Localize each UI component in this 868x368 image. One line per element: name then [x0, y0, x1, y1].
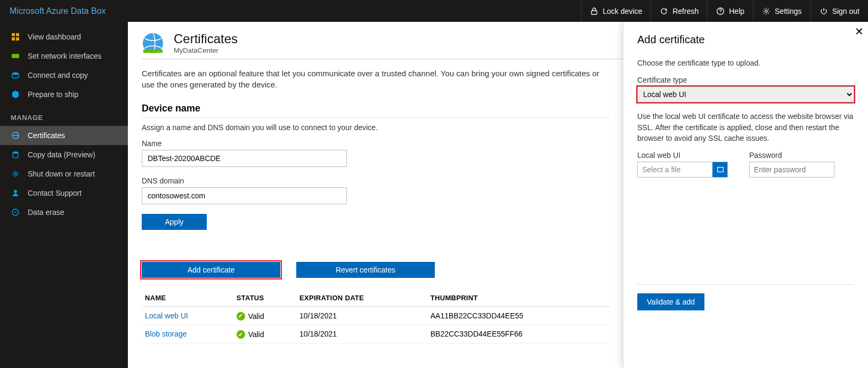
add-certificate-panel: ✕ Add certificate Choose the certificate…	[623, 22, 868, 368]
sidebar-item-label: Copy data (Preview)	[28, 150, 95, 159]
table-row: Local web UI ✓Valid 10/18/2021 AA11BB22C…	[142, 307, 611, 325]
help-icon	[716, 7, 725, 15]
cert-link[interactable]: Local web UI	[145, 311, 188, 320]
sidebar-item-support[interactable]: Contact Support	[0, 183, 128, 203]
gear-small-icon	[11, 169, 20, 179]
page-subtitle: MyDataCenter	[174, 46, 238, 54]
sidebar-heading-manage: MANAGE	[0, 104, 128, 126]
cert-type-select[interactable]: Local web UI	[637, 86, 854, 102]
panel-title: Add certificate	[637, 34, 854, 46]
help-button[interactable]: Help	[707, 0, 753, 22]
sidebar-item-label: Certificates	[28, 131, 65, 140]
close-button[interactable]: ✕	[855, 25, 864, 38]
file-picker[interactable]: Select a file	[637, 162, 728, 178]
browse-icon[interactable]	[712, 162, 727, 177]
package-icon	[11, 90, 20, 99]
globe-icon	[142, 32, 164, 54]
password-label: Password	[749, 151, 834, 159]
signout-label: Sign out	[832, 7, 859, 15]
gear-icon	[762, 7, 770, 15]
sidebar-item-label: Prepare to ship	[28, 90, 78, 99]
sidebar-item-connect[interactable]: Connect and copy	[0, 66, 128, 85]
support-icon	[11, 188, 20, 198]
cert-exp: 10/18/2021	[296, 325, 427, 343]
signout-button[interactable]: Sign out	[810, 0, 868, 22]
cert-thumb: BB22CC33DD44EE55FF66	[427, 325, 611, 343]
sidebar-item-label: Shut down or restart	[28, 170, 95, 178]
topbar: Microsoft Azure Data Box Lock device Ref…	[0, 0, 868, 22]
lock-label: Lock device	[603, 7, 642, 15]
refresh-label: Refresh	[672, 7, 699, 15]
help-label: Help	[729, 7, 744, 15]
cert-exp: 10/18/2021	[296, 307, 427, 325]
refresh-icon	[660, 7, 668, 15]
lock-icon	[590, 7, 598, 15]
dns-domain-input[interactable]	[142, 187, 347, 204]
svg-point-2	[720, 13, 721, 13]
sidebar-item-label: Data erase	[28, 208, 64, 217]
copy-icon	[11, 70, 20, 80]
svg-point-13	[14, 190, 17, 193]
power-icon	[820, 7, 828, 15]
col-thumb: THUMBPRINT	[427, 290, 611, 307]
status-badge: ✓Valid	[237, 312, 264, 321]
table-row: Blob storage ✓Valid 10/18/2021 BB22CC33D…	[142, 325, 611, 343]
lock-device-button[interactable]: Lock device	[581, 0, 651, 22]
cert-type-label: Certificate type	[637, 76, 854, 84]
check-icon: ✓	[237, 330, 245, 339]
certificates-table: NAME STATUS EXPIRATION DATE THUMBPRINT L…	[142, 290, 611, 343]
file-placeholder: Select a file	[638, 165, 712, 174]
svg-rect-5	[16, 33, 19, 36]
sidebar: View dashboard Set network interfaces Co…	[0, 22, 128, 368]
network-icon	[11, 51, 20, 61]
device-name-input[interactable]	[142, 150, 347, 167]
refresh-button[interactable]: Refresh	[651, 0, 707, 22]
check-icon: ✓	[237, 312, 245, 321]
col-status: STATUS	[233, 290, 296, 307]
sidebar-item-label: Connect and copy	[28, 71, 88, 79]
cert-type-help: Use the local web UI certificate to acce…	[637, 111, 854, 143]
certificate-icon	[11, 131, 20, 140]
col-exp: EXPIRATION DATE	[296, 290, 427, 307]
apply-button[interactable]: Apply	[142, 214, 207, 230]
dashboard-icon	[11, 32, 20, 42]
svg-point-12	[14, 173, 17, 175]
cert-thumb: AA11BB22CC33DD44EE55	[427, 307, 611, 325]
panel-intro: Choose the certificate type to upload.	[637, 58, 854, 68]
sidebar-item-certificates[interactable]: Certificates	[0, 126, 128, 145]
settings-button[interactable]: Settings	[753, 0, 810, 22]
file-label: Local web UI	[637, 151, 728, 159]
svg-rect-0	[591, 11, 597, 14]
svg-rect-8	[12, 54, 19, 58]
sidebar-item-dashboard[interactable]: View dashboard	[0, 27, 128, 46]
svg-rect-7	[16, 37, 19, 41]
sidebar-item-restart[interactable]: Shut down or restart	[0, 164, 128, 183]
svg-point-3	[765, 10, 767, 12]
revert-certificates-button[interactable]: Revert certificates	[296, 262, 435, 278]
device-name-heading: Device name	[142, 103, 611, 118]
sidebar-item-prepare[interactable]: Prepare to ship	[0, 85, 128, 104]
validate-add-button[interactable]: Validate & add	[637, 293, 704, 310]
svg-point-11	[13, 151, 18, 154]
password-input[interactable]	[749, 162, 834, 178]
svg-rect-17	[717, 167, 723, 172]
svg-rect-16	[143, 50, 163, 53]
sidebar-item-label: View dashboard	[28, 33, 81, 41]
svg-point-9	[12, 73, 19, 75]
sidebar-item-copydata[interactable]: Copy data (Preview)	[0, 145, 128, 164]
panel-divider	[637, 284, 854, 285]
sidebar-item-erase[interactable]: Data erase	[0, 203, 128, 222]
col-name: NAME	[142, 290, 233, 307]
page-title: Certificates	[174, 31, 238, 46]
page-description: Certificates are an optional feature tha…	[142, 68, 611, 90]
cert-link[interactable]: Blob storage	[145, 330, 187, 338]
sidebar-item-network[interactable]: Set network interfaces	[0, 46, 128, 66]
status-badge: ✓Valid	[237, 330, 264, 339]
sidebar-item-label: Set network interfaces	[28, 52, 102, 60]
sidebar-item-label: Contact Support	[28, 189, 82, 197]
add-certificate-button[interactable]: Add certificate	[142, 262, 280, 278]
settings-label: Settings	[775, 7, 802, 15]
brand: Microsoft Azure Data Box	[0, 6, 116, 16]
svg-rect-6	[12, 37, 15, 41]
erase-icon	[11, 207, 20, 217]
